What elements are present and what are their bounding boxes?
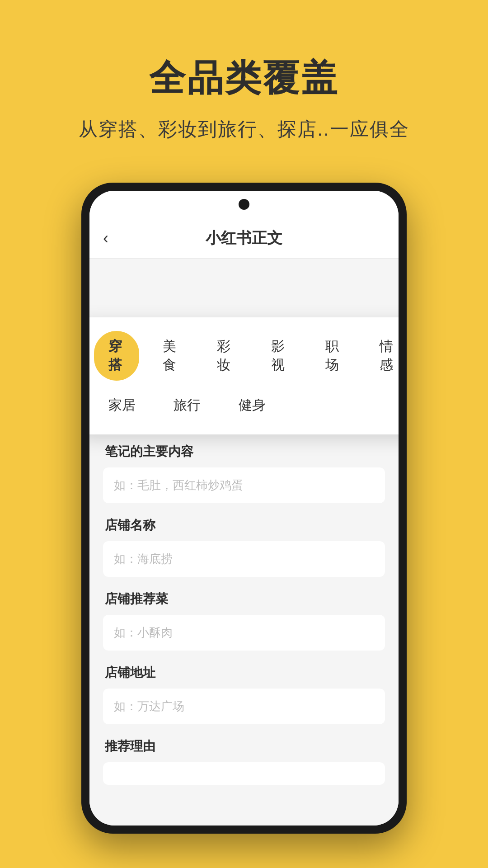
form-label-1: 笔记的主要内容 [103,443,385,460]
subtitle: 从穿搭、彩妆到旅行、探店..一应俱全 [79,117,409,142]
category-tag-qinggan[interactable]: 情感 [365,331,399,381]
form-label-4: 店铺地址 [103,664,385,681]
category-tag-jianshen[interactable]: 健身 [224,390,280,421]
form-section-4: 店铺地址 如：万达广场 [103,664,385,724]
form-label-5: 推荐理由 [103,738,385,755]
category-tag-caizhuang[interactable]: 彩妆 [202,331,248,381]
form-input-1[interactable]: 如：毛肚，西红柿炒鸡蛋 [103,467,385,503]
form-placeholder-1: 如：毛肚，西红柿炒鸡蛋 [114,478,243,492]
form-input-3[interactable]: 如：小酥肉 [103,615,385,651]
form-input-4[interactable]: 如：万达广场 [103,689,385,724]
form-label-3: 店铺推荐菜 [103,590,385,608]
category-tag-chuanda[interactable]: 穿搭 [94,331,139,381]
form-section-1: 笔记的主要内容 如：毛肚，西红柿炒鸡蛋 [103,443,385,503]
form-placeholder-2: 如：海底捞 [114,552,173,566]
category-tag-jiaju[interactable]: 家居 [94,390,150,421]
category-row-2: 家居 旅行 健身 [94,390,399,421]
top-section: 全品类覆盖 从穿搭、彩妆到旅行、探店..一应俱全 [0,0,488,169]
form-section-5: 推荐理由 [103,738,385,785]
form-input-5[interactable] [103,762,385,785]
phone-frame: ‹ 小红书正文 穿搭 美食 彩妆 影视 职场 情感 家居 旅行 [81,183,407,834]
category-tag-lvxing[interactable]: 旅行 [159,390,215,421]
category-tag-yingshi[interactable]: 影视 [257,331,302,381]
form-section-3: 店铺推荐菜 如：小酥肉 [103,590,385,651]
form-section-2: 店铺名称 如：海底捞 [103,517,385,577]
phone-wrapper: ‹ 小红书正文 穿搭 美食 彩妆 影视 职场 情感 家居 旅行 [81,183,407,834]
app-header-title: 小红书正文 [206,228,282,249]
category-row-1: 穿搭 美食 彩妆 影视 职场 情感 [94,331,399,381]
main-title: 全品类覆盖 [149,54,339,103]
form-placeholder-3: 如：小酥肉 [114,626,173,639]
form-label-2: 店铺名称 [103,517,385,534]
app-header: ‹ 小红书正文 [89,218,399,259]
category-popup: 穿搭 美食 彩妆 影视 职场 情感 家居 旅行 健身 [89,317,399,434]
form-placeholder-4: 如：万达广场 [114,699,184,713]
category-tag-meishi[interactable]: 美食 [148,331,193,381]
back-button[interactable]: ‹ [103,229,108,248]
camera-notch [239,199,249,210]
phone-screen: ‹ 小红书正文 穿搭 美食 彩妆 影视 职场 情感 家居 旅行 [89,191,399,826]
category-tag-zhichang[interactable]: 职场 [311,331,356,381]
form-input-2[interactable]: 如：海底捞 [103,541,385,577]
